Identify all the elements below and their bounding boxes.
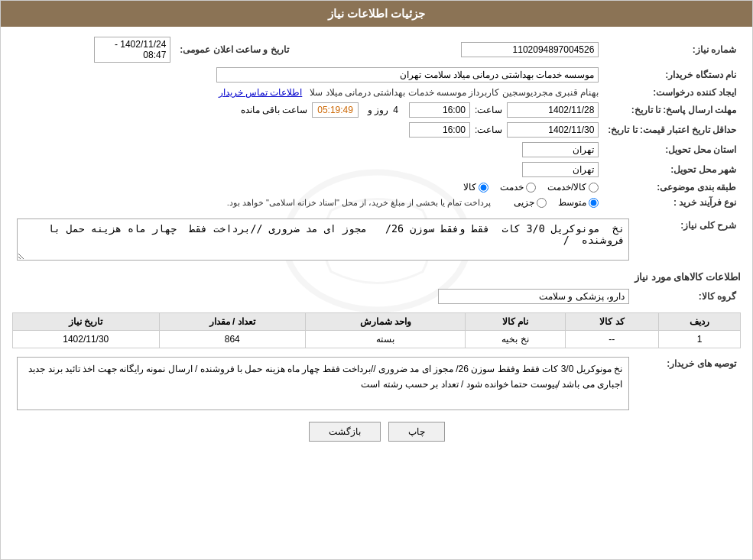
product-group-row: گروه کالا: دارو، پزشکی و سلامت bbox=[12, 286, 741, 306]
description-label: شرح کلی نیاز: bbox=[634, 216, 741, 265]
reply-deadline-inline: 1402/11/28 ساعت: 16:00 4 روز و 05:19:49 … bbox=[17, 102, 599, 118]
goods-table-body: 1--نخ بخیهبسته8641402/11/30 bbox=[13, 331, 741, 348]
buyer-name-label: نام دستگاه خریدار: bbox=[603, 65, 741, 85]
price-validity-label: حداقل تاریخ اعتبار قیمت: تا تاریخ: bbox=[603, 120, 741, 140]
price-validity-date-input: 1402/11/30 bbox=[507, 122, 599, 138]
radio-jozii-input[interactable] bbox=[537, 198, 547, 208]
description-table: شرح کلی نیاز: bbox=[12, 216, 741, 265]
price-validity-time-label: ساعت: bbox=[475, 125, 502, 135]
header-title: جزئیات اطلاعات نیاز bbox=[328, 7, 425, 20]
table-row: 1--نخ بخیهبسته8641402/11/30 bbox=[13, 331, 741, 348]
announce-datetime-label: تاریخ و ساعت اعلان عمومی: bbox=[175, 34, 293, 65]
reply-time-input: 16:00 bbox=[409, 102, 470, 118]
col-name: نام کالا bbox=[466, 313, 565, 331]
col-qty: تعداد / مقدار bbox=[159, 313, 305, 331]
table-cell-row: 1 bbox=[659, 331, 741, 348]
process-type-radio-group: متوسط جزیی bbox=[514, 197, 599, 208]
product-type-value: کالا/خدمت خدمت کالا bbox=[12, 180, 603, 195]
reply-days-label: روز و bbox=[368, 105, 388, 115]
buyer-name-row: نام دستگاه خریدار: موسسه خدمات بهداشتی د… bbox=[12, 65, 741, 85]
process-type-row-inner: متوسط جزیی پرداخت تمام یا بخشی از مبلغ خ… bbox=[17, 197, 599, 208]
goods-table-header-row: ردیف کد کالا نام کالا واحد شمارش تعداد /… bbox=[13, 313, 741, 331]
radio-motavaset-input[interactable] bbox=[589, 198, 599, 208]
reply-deadline-row: مهلت ارسال پاسخ: تا تاریخ: 1402/11/28 سا… bbox=[12, 100, 741, 120]
process-type-value: متوسط جزیی پرداخت تمام یا بخشی از مبلغ خ… bbox=[12, 195, 603, 210]
creator-row: ایجاد کننده درخواست: بهنام قنبری مجردیوس… bbox=[12, 85, 741, 100]
table-cell-date: 1402/11/30 bbox=[13, 331, 160, 348]
col-date: تاریخ نیاز bbox=[13, 313, 160, 331]
province-value: تهران bbox=[12, 140, 603, 160]
buyer-notes-row: توصیه های خریدار: نخ مونوکریل 3/0 کات فق… bbox=[12, 354, 741, 413]
creator-label: ایجاد کننده درخواست: bbox=[603, 85, 741, 100]
price-validity-value: 1402/11/30 ساعت: 16:00 bbox=[12, 120, 603, 140]
reply-timer: 05:19:49 bbox=[312, 102, 359, 118]
reply-deadline-value: 1402/11/28 ساعت: 16:00 4 روز و 05:19:49 … bbox=[12, 100, 603, 120]
table-cell-quantity: 864 bbox=[159, 331, 305, 348]
province-label: استان محل تحویل: bbox=[603, 140, 741, 160]
buyer-notes-value: نخ مونوکریل 3/0 کات فقط وفقط سوزن 26/ مج… bbox=[12, 354, 634, 413]
col-code: کد کالا bbox=[565, 313, 659, 331]
col-row: ردیف bbox=[659, 313, 741, 331]
process-type-row: نوع فرآیند خرید : متوسط جزیی bbox=[12, 195, 741, 210]
need-number-input: 1102094897004526 bbox=[461, 42, 599, 57]
buyer-notes-label: توصیه های خریدار: bbox=[634, 354, 741, 413]
product-group-input: دارو، پزشکی و سلامت bbox=[438, 289, 629, 304]
col-unit: واحد شمارش bbox=[305, 313, 466, 331]
buyer-name-input: موسسه خدمات بهداشتی درمانی میلاد سلامت ت… bbox=[216, 67, 599, 83]
table-cell-code: -- bbox=[565, 331, 659, 348]
page-content: AriaTender AriaTender.net شماره نیاز: 11… bbox=[1, 27, 752, 457]
description-textarea[interactable] bbox=[17, 218, 629, 261]
province-input: تهران bbox=[522, 142, 599, 157]
city-label: شهر محل تحویل: bbox=[603, 160, 741, 180]
back-button[interactable]: بازگشت bbox=[309, 422, 381, 442]
radio-kala-khedmat-input[interactable] bbox=[589, 183, 599, 193]
city-row: شهر محل تحویل: تهران bbox=[12, 160, 741, 180]
city-value: تهران bbox=[12, 160, 603, 180]
content-inner: شماره نیاز: 1102094897004526 تاریخ و ساع… bbox=[12, 34, 741, 442]
creator-link[interactable]: اطلاعات تماس خریدار bbox=[219, 87, 303, 98]
reply-time-label: ساعت: bbox=[475, 105, 502, 115]
product-group-value: دارو، پزشکی و سلامت bbox=[12, 286, 634, 306]
description-value bbox=[12, 216, 634, 265]
price-validity-row: حداقل تاریخ اعتبار قیمت: تا تاریخ: 1402/… bbox=[12, 120, 741, 140]
need-number-value: 1102094897004526 bbox=[324, 34, 604, 65]
radio-motavaset[interactable]: متوسط bbox=[558, 197, 599, 208]
need-number-row: شماره نیاز: 1102094897004526 تاریخ و ساع… bbox=[12, 34, 741, 65]
buyer-notes-table: توصیه های خریدار: نخ مونوکریل 3/0 کات فق… bbox=[12, 354, 741, 413]
product-group-table: گروه کالا: دارو، پزشکی و سلامت bbox=[12, 286, 741, 306]
goods-table-header: ردیف کد کالا نام کالا واحد شمارش تعداد /… bbox=[13, 313, 741, 331]
description-row: شرح کلی نیاز: bbox=[12, 216, 741, 265]
goods-table: ردیف کد کالا نام کالا واحد شمارش تعداد /… bbox=[12, 312, 741, 348]
page-wrapper: جزئیات اطلاعات نیاز AriaTender AriaTende… bbox=[0, 0, 753, 560]
radio-jozii[interactable]: جزیی bbox=[514, 197, 547, 208]
product-group-label: گروه کالا: bbox=[634, 286, 741, 306]
table-cell-name: نخ بخیه bbox=[466, 331, 565, 348]
reply-date-input: 1402/11/28 bbox=[507, 102, 599, 118]
radio-kala-khedmat[interactable]: کالا/خدمت bbox=[547, 182, 599, 193]
creator-text: بهنام قنبری مجردیوسجین کاربرداز موسسه خد… bbox=[310, 87, 599, 98]
radio-kala-khedmat-label: کالا/خدمت bbox=[547, 182, 586, 193]
creator-value: بهنام قنبری مجردیوسجین کاربرداز موسسه خد… bbox=[12, 85, 603, 100]
radio-khedmat-label: خدمت bbox=[500, 182, 524, 193]
radio-kala-label: کالا bbox=[463, 182, 476, 193]
product-type-radio-group: کالا/خدمت خدمت کالا bbox=[17, 182, 599, 193]
radio-kala-input[interactable] bbox=[479, 183, 488, 193]
radio-motavaset-label: متوسط bbox=[558, 197, 586, 208]
page-header: جزئیات اطلاعات نیاز bbox=[1, 1, 752, 27]
info-table: شماره نیاز: 1102094897004526 تاریخ و ساع… bbox=[12, 34, 741, 210]
goods-section-title: اطلاعات کالاهای مورد نیاز bbox=[12, 271, 741, 283]
radio-kala[interactable]: کالا bbox=[463, 182, 488, 193]
reply-deadline-label: مهلت ارسال پاسخ: تا تاریخ: bbox=[603, 100, 741, 120]
need-number-label: شماره نیاز: bbox=[603, 34, 741, 65]
city-input: تهران bbox=[522, 162, 599, 177]
print-button[interactable]: چاپ bbox=[388, 422, 445, 442]
radio-khedmat[interactable]: خدمت bbox=[500, 182, 536, 193]
radio-khedmat-input[interactable] bbox=[526, 183, 536, 193]
reply-days-value: 4 bbox=[393, 105, 398, 115]
product-type-label: طبقه بندی موضوعی: bbox=[603, 180, 741, 195]
process-notice: پرداخت تمام یا بخشی از مبلغ خرید، از محل… bbox=[227, 198, 492, 208]
process-type-label: نوع فرآیند خرید : bbox=[603, 195, 741, 210]
price-validity-time-input: 16:00 bbox=[409, 122, 470, 138]
buyer-name-value: موسسه خدمات بهداشتی درمانی میلاد سلامت ت… bbox=[12, 65, 603, 85]
buttons-row: چاپ بازگشت bbox=[12, 422, 741, 442]
